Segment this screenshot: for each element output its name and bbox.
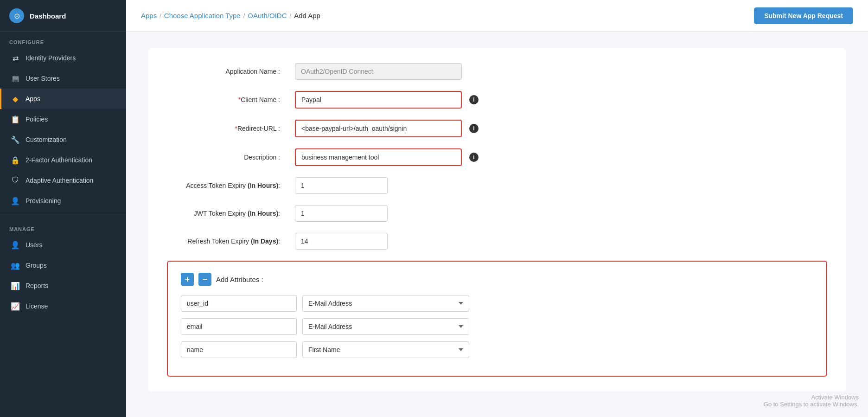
sidebar: ⊙ Dashboard Configure ⇄ Identity Provide…	[0, 0, 126, 417]
application-name-row: Application Name :	[167, 63, 827, 80]
breadcrumb-choose-app-type[interactable]: Choose Application Type	[164, 12, 241, 19]
topbar: Apps / Choose Application Type / OAuth/O…	[126, 0, 868, 32]
dashboard-icon: ⊙	[9, 8, 24, 23]
breadcrumb-sep-1: /	[160, 12, 161, 19]
sidebar-item-reports[interactable]: 📊 Reports	[0, 276, 126, 296]
sidebar-item-label: License	[26, 302, 48, 310]
sidebar-item-label: Reports	[26, 282, 48, 289]
sidebar-item-label: 2-Factor Authentication	[26, 156, 92, 164]
jwt-token-expiry-input[interactable]	[295, 205, 388, 222]
attribute-key-1[interactable]	[181, 295, 297, 312]
application-name-input[interactable]	[295, 63, 462, 80]
license-icon: 📈	[11, 302, 20, 311]
attribute-row-2: E-Mail Address First Name Last Name User…	[181, 318, 813, 335]
access-token-expiry-row: Access Token Expiry (In Hours):	[167, 177, 827, 194]
user-stores-icon: ▤	[11, 74, 20, 83]
refresh-token-expiry-row: Refresh Token Expiry (In Days):	[167, 233, 827, 250]
attributes-header: + − Add Attributes :	[181, 273, 813, 286]
sidebar-item-provisioning[interactable]: 👤 Provisioning	[0, 191, 126, 211]
description-input[interactable]	[295, 148, 462, 166]
refresh-token-expiry-input[interactable]	[295, 233, 388, 250]
sidebar-logo[interactable]: ⊙ Dashboard	[0, 0, 126, 32]
breadcrumb: Apps / Choose Application Type / OAuth/O…	[141, 12, 320, 19]
users-icon: 👤	[11, 240, 20, 250]
attribute-key-3[interactable]	[181, 341, 297, 358]
breadcrumb-add-app: Add App	[294, 12, 320, 19]
description-info-icon[interactable]: i	[469, 153, 479, 162]
sidebar-item-license[interactable]: 📈 License	[0, 296, 126, 316]
customization-icon: 🔧	[11, 135, 20, 144]
sidebar-item-2fa[interactable]: 🔒 2-Factor Authentication	[0, 150, 126, 170]
sidebar-item-apps[interactable]: ◆ Apps	[0, 89, 126, 109]
app-form: Application Name : *Client Name : i *Red…	[148, 48, 846, 391]
breadcrumb-sep-2: /	[243, 12, 245, 19]
redirect-url-input[interactable]	[295, 120, 462, 137]
redirect-url-label: *Redirect-URL :	[167, 125, 287, 132]
identity-providers-icon: ⇄	[11, 53, 20, 63]
redirect-url-row: *Redirect-URL : i	[167, 120, 827, 137]
sidebar-item-user-stores[interactable]: ▤ User Stores	[0, 68, 126, 89]
breadcrumb-apps[interactable]: Apps	[141, 12, 157, 19]
breadcrumb-oauth[interactable]: OAuth/OIDC	[248, 12, 287, 19]
content-area: Application Name : *Client Name : i *Red…	[126, 32, 868, 417]
apps-icon: ◆	[11, 94, 20, 103]
attribute-value-2[interactable]: E-Mail Address First Name Last Name User…	[302, 318, 469, 335]
sidebar-item-label: Policies	[26, 115, 48, 123]
jwt-token-expiry-row: JWT Token Expiry (In Hours):	[167, 205, 827, 222]
sidebar-item-label: User Stores	[26, 75, 60, 82]
breadcrumb-sep-3: /	[290, 12, 292, 19]
manage-section-label: Manage	[0, 219, 126, 235]
refresh-token-label: Refresh Token Expiry (In Days):	[167, 237, 287, 245]
redirect-url-info-icon[interactable]: i	[469, 124, 479, 133]
sidebar-item-label: Provisioning	[26, 197, 61, 205]
description-row: Description : i	[167, 148, 827, 166]
attribute-value-3[interactable]: E-Mail Address First Name Last Name User…	[302, 341, 469, 358]
sidebar-item-label: Groups	[26, 262, 47, 269]
client-name-info-icon[interactable]: i	[469, 95, 479, 104]
reports-icon: 📊	[11, 281, 20, 290]
sidebar-item-identity-providers[interactable]: ⇄ Identity Providers	[0, 48, 126, 68]
sidebar-item-customization[interactable]: 🔧 Customization	[0, 129, 126, 150]
sidebar-item-label: Identity Providers	[26, 54, 76, 62]
sidebar-item-label: Users	[26, 241, 43, 249]
attribute-row-1: E-Mail Address First Name Last Name User…	[181, 295, 813, 312]
policies-icon: 📋	[11, 115, 20, 124]
submit-new-app-button[interactable]: Submit New App Request	[754, 7, 853, 24]
attribute-value-1[interactable]: E-Mail Address First Name Last Name User…	[302, 295, 469, 312]
attributes-label: Add Attributes :	[216, 276, 263, 283]
provisioning-icon: 👤	[11, 196, 20, 205]
attributes-section: + − Add Attributes : E-Mail Address Firs…	[167, 261, 827, 377]
attribute-key-2[interactable]	[181, 318, 297, 335]
groups-icon: 👥	[11, 261, 20, 270]
main-content: Apps / Choose Application Type / OAuth/O…	[126, 0, 868, 417]
sidebar-item-label: Customization	[26, 136, 67, 143]
sidebar-item-label: Adaptive Authentication	[26, 177, 93, 184]
sidebar-item-groups[interactable]: 👥 Groups	[0, 255, 126, 276]
sidebar-item-label: Apps	[26, 95, 40, 103]
client-name-input[interactable]	[295, 91, 462, 109]
client-name-label: *Client Name :	[167, 96, 287, 103]
configure-section-label: Configure	[0, 32, 126, 48]
2fa-icon: 🔒	[11, 155, 20, 165]
sidebar-divider	[0, 215, 126, 215]
access-token-label: Access Token Expiry (In Hours):	[167, 182, 287, 189]
description-label: Description :	[167, 154, 287, 161]
sidebar-item-adaptive-auth[interactable]: 🛡 Adaptive Authentication	[0, 170, 126, 191]
application-name-label: Application Name :	[167, 68, 287, 75]
jwt-token-label: JWT Token Expiry (In Hours):	[167, 210, 287, 217]
dashboard-label: Dashboard	[30, 12, 66, 20]
remove-attribute-button[interactable]: −	[198, 273, 211, 286]
add-attribute-button[interactable]: +	[181, 273, 194, 286]
sidebar-item-users[interactable]: 👤 Users	[0, 235, 126, 255]
adaptive-auth-icon: 🛡	[11, 176, 20, 185]
attribute-row-3: E-Mail Address First Name Last Name User…	[181, 341, 813, 358]
client-name-row: *Client Name : i	[167, 91, 827, 109]
sidebar-item-policies[interactable]: 📋 Policies	[0, 109, 126, 129]
access-token-expiry-input[interactable]	[295, 177, 388, 194]
